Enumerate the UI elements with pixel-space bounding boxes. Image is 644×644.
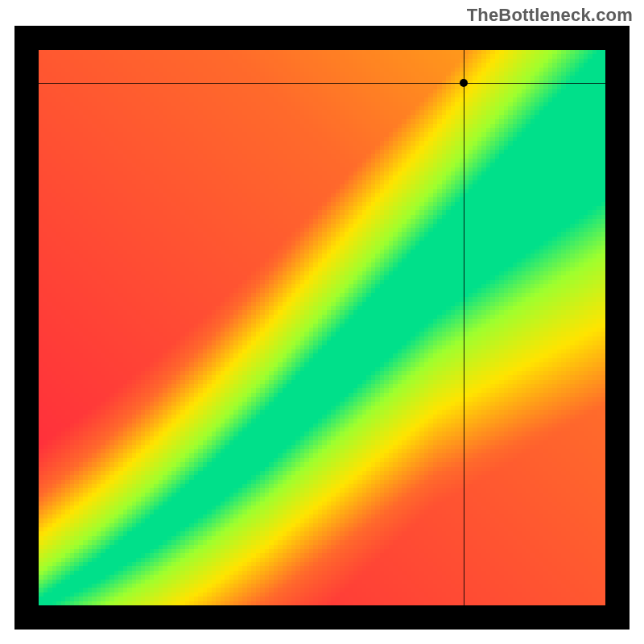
crosshair-vertical (464, 50, 464, 605)
heatmap-canvas (39, 50, 605, 605)
watermark-text: TheBottleneck.com (467, 5, 633, 26)
crosshair-horizontal (39, 83, 605, 84)
heatmap-plot-area (39, 50, 605, 605)
